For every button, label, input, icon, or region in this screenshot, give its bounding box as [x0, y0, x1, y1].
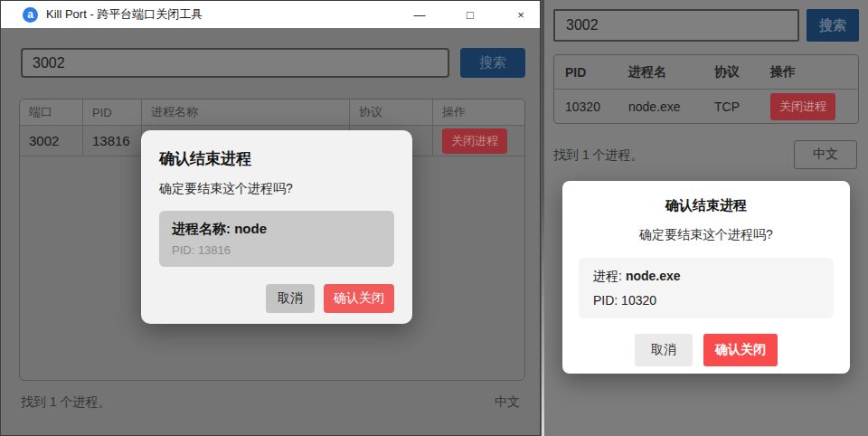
- confirm-kill-dialog-right: 确认结束进程 确定要结束这个进程吗? 进程:node.exe PID: 1032…: [562, 181, 850, 374]
- process-name-label: 进程:node.exe: [593, 269, 819, 285]
- process-info-box: 进程:node.exe PID: 10320: [579, 258, 834, 318]
- table-header-row: PID 进程名 协议 操作: [554, 55, 858, 90]
- kill-port-window: a Kill Port - 跨平台端口关闭工具 — □ × 搜索 端口 PID …: [0, 0, 541, 436]
- dialog-title: 确认结束进程: [579, 197, 834, 214]
- header-protocol: 协议: [350, 100, 433, 125]
- cell-action: 关闭进程: [760, 90, 858, 123]
- dialog-message: 确定要结束这个进程吗?: [579, 227, 834, 243]
- status-bar: 找到 1 个进程。 中文: [21, 394, 520, 411]
- process-name-label: 进程名称: node: [172, 221, 382, 238]
- language-toggle[interactable]: 中文: [495, 394, 520, 411]
- kill-process-button[interactable]: 关闭进程: [770, 93, 835, 120]
- header-pid: PID: [83, 100, 142, 125]
- header-protocol: 协议: [703, 55, 760, 89]
- dialog-message: 确定要结束这个进程吗?: [159, 181, 394, 197]
- header-action: 操作: [433, 100, 524, 125]
- table-row: 10320 node.exe TCP 关闭进程: [554, 90, 858, 123]
- header-action: 操作: [760, 55, 858, 89]
- window-controls: — □ ×: [410, 8, 530, 22]
- dialog-title: 确认结束进程: [159, 148, 394, 169]
- header-process-name: 进程名: [618, 55, 703, 89]
- dialog-buttons: 取消 确认关闭: [579, 334, 834, 366]
- port-search-input[interactable]: [21, 48, 449, 78]
- minimize-icon[interactable]: —: [410, 8, 429, 22]
- process-pid-label: PID: 13816: [172, 243, 382, 257]
- kill-port-panel-right: 搜索 PID 进程名 协议 操作 10320 node.exe TCP 关闭进程…: [544, 0, 868, 436]
- cell-protocol: TCP: [703, 90, 760, 123]
- language-toggle-button[interactable]: 中文: [794, 140, 857, 169]
- cell-pid: 10320: [554, 90, 618, 123]
- port-search-input-right[interactable]: [553, 9, 799, 42]
- kill-process-button[interactable]: 关闭进程: [442, 128, 507, 154]
- confirm-kill-button[interactable]: 确认关闭: [324, 284, 394, 313]
- process-table-right: PID 进程名 协议 操作 10320 node.exe TCP 关闭进程: [553, 54, 859, 124]
- cancel-button[interactable]: 取消: [266, 284, 315, 313]
- cell-action: 关闭进程: [433, 126, 524, 156]
- dialog-buttons: 取消 确认关闭: [159, 284, 394, 313]
- search-button[interactable]: 搜索: [460, 48, 525, 78]
- status-text: 找到 1 个进程。: [21, 394, 111, 411]
- status-text: 找到 1 个进程。: [553, 147, 644, 164]
- cancel-button[interactable]: 取消: [635, 334, 693, 366]
- cell-port: 3002: [20, 126, 83, 156]
- cell-process-name: node.exe: [618, 90, 703, 123]
- close-icon[interactable]: ×: [512, 8, 530, 22]
- header-process-name: 进程名称: [142, 100, 350, 125]
- process-prefix: 进程:: [593, 269, 622, 283]
- app-logo-icon: a: [23, 7, 38, 23]
- search-button-right[interactable]: 搜索: [807, 9, 859, 42]
- window-titlebar: a Kill Port - 跨平台端口关闭工具 — □ ×: [1, 1, 540, 28]
- confirm-kill-dialog: 确认结束进程 确定要结束这个进程吗? 进程名称: node PID: 13816…: [141, 130, 412, 324]
- confirm-kill-button[interactable]: 确认关闭: [703, 334, 778, 366]
- process-pid-label: PID: 10320: [593, 293, 819, 308]
- header-pid: PID: [554, 55, 618, 89]
- cell-pid: 13816: [83, 126, 142, 156]
- maximize-icon[interactable]: □: [461, 8, 479, 22]
- process-name-value: node.exe: [626, 269, 681, 283]
- header-port: 端口: [20, 100, 83, 125]
- table-header-row: 端口 PID 进程名称 协议 操作: [20, 100, 524, 126]
- window-title: Kill Port - 跨平台端口关闭工具: [46, 6, 203, 23]
- process-info-box: 进程名称: node PID: 13816: [159, 211, 394, 267]
